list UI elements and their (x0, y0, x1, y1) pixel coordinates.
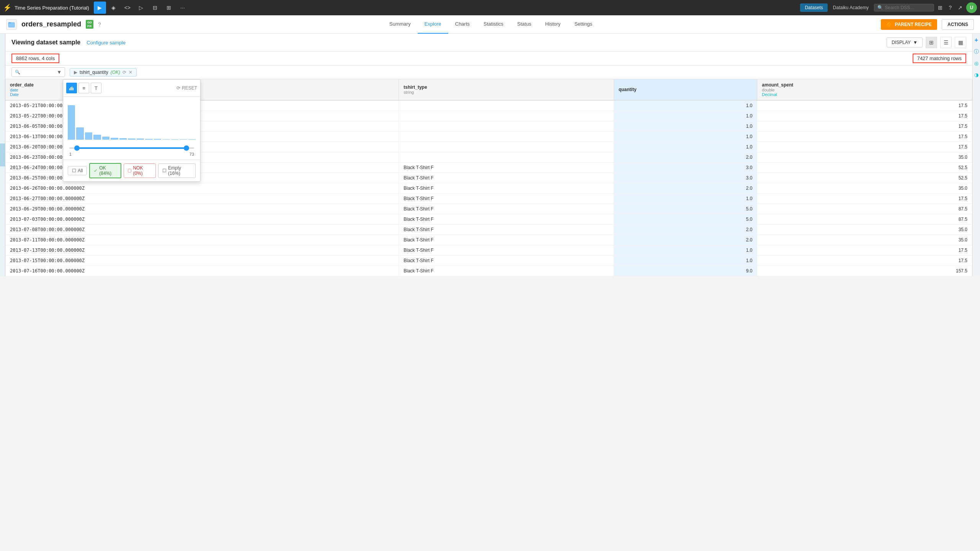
notifications-icon[interactable]: ↗ (956, 5, 965, 11)
datasets-button[interactable]: Datasets (800, 3, 827, 12)
cell-tshirt-type: Black T-Shirt F (399, 163, 614, 173)
cell-tshirt-type: Black T-Shirt F (399, 235, 614, 245)
cell-quantity: 3.0 (614, 163, 757, 173)
cell-tshirt-type: Black T-Shirt F (399, 256, 614, 266)
help-icon[interactable]: ? (98, 21, 101, 28)
list-view-button[interactable]: ☰ (940, 37, 952, 48)
left-sidebar (0, 34, 5, 276)
all-checkbox-icon: ☐ (72, 168, 76, 173)
grid-icon[interactable]: ⊞ (936, 5, 945, 11)
table-row: 2013-07-15T00:00:00.000000ZBlack T-Shirt… (5, 256, 972, 266)
filter-nok-chip[interactable]: NOK (0%) (124, 163, 156, 178)
slider-left-thumb[interactable] (74, 145, 80, 151)
rows-count-bar: 8862 rows, 4 cols 7427 matching rows (5, 52, 972, 65)
svg-rect-4 (72, 86, 72, 90)
col-header-quantity[interactable]: quantity (614, 79, 757, 100)
chart-view-button[interactable]: ▦ (955, 37, 966, 48)
text-view-button[interactable]: T (91, 83, 101, 93)
matching-rows-badge: 7427 matching rows (913, 54, 966, 63)
tab-explore[interactable]: Explore (418, 15, 448, 34)
half-circle-icon[interactable]: ◑ (973, 71, 980, 78)
filter-dropdown-icon[interactable]: ▼ (57, 69, 62, 75)
help-icon[interactable]: ? (946, 5, 954, 11)
search-input[interactable] (885, 5, 931, 10)
cell-tshirt-type (399, 132, 614, 142)
cell-quantity: 3.0 (614, 173, 757, 183)
tab-history[interactable]: History (538, 15, 567, 34)
expand-right-icon[interactable]: + (973, 37, 980, 44)
list-view-button[interactable]: ≡ (78, 83, 89, 93)
cell-amount-spent: 17.5 (757, 245, 972, 256)
main-content: Viewing dataset sample Configure sample … (0, 34, 980, 276)
actions-button[interactable]: ACTIONS (942, 19, 974, 30)
right-sidebar: + ⓘ ◎ ◑ (972, 34, 980, 276)
delete-filter-icon[interactable]: ✕ (129, 70, 132, 75)
cell-order-date: 2013-07-16T00:00:00.000000Z (5, 266, 399, 276)
flow-icon-btn[interactable]: ▶ (94, 2, 106, 14)
range-slider[interactable]: 1 73 (63, 143, 200, 160)
project-title: Time Series Preparation (Tutorial) (15, 5, 89, 11)
cell-quantity: 2.0 (614, 152, 757, 163)
cell-order-date: 2013-07-03T00:00:00.000000Z (5, 214, 399, 225)
chevron-right-icon: ▶ (74, 70, 77, 75)
cell-quantity: 1.0 (614, 100, 757, 111)
histogram-bar (111, 138, 118, 140)
search-icon: 🔍 (877, 5, 883, 10)
reset-filter-icon[interactable]: ⟳ (122, 70, 126, 75)
grid-view-button[interactable]: ⊞ (926, 37, 937, 48)
dataset-folder-icon (6, 19, 17, 30)
cell-amount-spent: 17.5 (757, 256, 972, 266)
academy-button[interactable]: Dataiku Academy (829, 5, 872, 10)
filter-status-ok: (OK) (111, 70, 120, 75)
search-bar[interactable]: 🔍 ▼ (11, 67, 65, 77)
sample-title: Viewing dataset sample (11, 39, 80, 46)
cell-order-date: 2013-06-26T00:00:00.000000Z (5, 183, 399, 194)
user-avatar[interactable]: U (966, 2, 977, 13)
search-input[interactable] (22, 70, 55, 75)
tab-status[interactable]: Status (510, 15, 538, 34)
cell-order-date: 2013-07-11T00:00:00.000000Z (5, 235, 399, 245)
info-icon[interactable]: ⓘ (973, 48, 980, 55)
tab-settings[interactable]: Settings (567, 15, 599, 34)
slider-track (69, 147, 194, 149)
dataset-header: orders_resampled GDPR ? Summary Explore … (0, 15, 980, 34)
cell-amount-spent: 35.0 (757, 152, 972, 163)
reset-icon: ⟳ (176, 85, 180, 91)
tab-summary[interactable]: Summary (382, 15, 418, 34)
svg-rect-5 (73, 88, 74, 90)
tab-navigation: Summary Explore Charts Statistics Status… (106, 15, 876, 34)
tab-statistics[interactable]: Statistics (477, 15, 510, 34)
histogram-bar (119, 138, 127, 140)
histogram-view-button[interactable] (66, 83, 77, 93)
cell-quantity: 5.0 (614, 204, 757, 214)
jobs-icon-btn[interactable]: ⊟ (149, 2, 161, 14)
parent-recipe-button[interactable]: 🔶 PARENT RECIPE (881, 19, 937, 30)
histogram-bar (162, 139, 170, 140)
git-icon-btn[interactable]: ◈ (108, 2, 120, 14)
col-header-amount-spent[interactable]: amount_spent double Decimal (757, 79, 972, 100)
cell-quantity: 1.0 (614, 111, 757, 121)
filter-all-chip[interactable]: ☐ All (68, 166, 87, 175)
configure-sample-link[interactable]: Configure sample (87, 40, 126, 46)
tab-charts[interactable]: Charts (448, 15, 477, 34)
circle-icon[interactable]: ◎ (973, 60, 980, 67)
slider-fill (75, 147, 188, 149)
more-icon-btn[interactable]: ··· (176, 2, 189, 14)
histogram-bar (85, 132, 92, 140)
histogram-bar (180, 139, 187, 140)
filter-empty-chip[interactable]: ☐ Empty (16%) (158, 163, 196, 178)
filter-ok-chip[interactable]: ✓ OK (84%) (89, 163, 121, 178)
code-icon-btn[interactable]: <> (121, 2, 134, 14)
col-header-tshirt-type[interactable]: tshirt_type string (399, 79, 614, 100)
slider-right-thumb[interactable] (184, 145, 189, 151)
reset-filter-button[interactable]: ⟳ RESET (176, 85, 197, 91)
cell-quantity: 2.0 (614, 225, 757, 235)
cell-tshirt-type (399, 121, 614, 132)
deploy-icon-btn[interactable]: ⊞ (163, 2, 175, 14)
cell-order-date: 2013-06-29T00:00:00.000000Z (5, 204, 399, 214)
histogram-bar (188, 139, 196, 140)
sidebar-toggle[interactable] (0, 143, 5, 166)
cell-quantity: 2.0 (614, 183, 757, 194)
display-button[interactable]: DISPLAY ▼ (887, 37, 923, 47)
run-icon-btn[interactable]: ▷ (135, 2, 147, 14)
